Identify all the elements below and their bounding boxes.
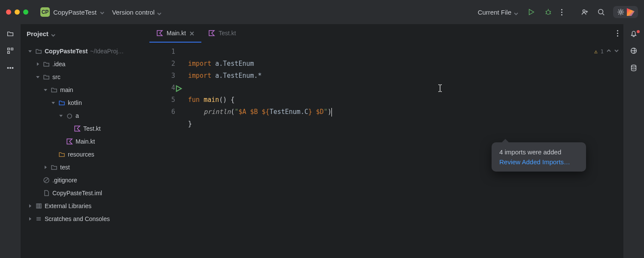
inspections-widget[interactable]: ⚠ 1 (594, 46, 619, 58)
chevron-down-icon[interactable] (27, 49, 33, 53)
minimize-window-button[interactable] (15, 9, 20, 15)
chevron-right-icon[interactable] (43, 165, 48, 169)
caret (331, 108, 332, 117)
close-tab-icon[interactable] (189, 31, 194, 36)
keyword: fun (188, 96, 200, 104)
template: ${ (262, 108, 270, 116)
kt-icon (74, 125, 81, 132)
chevron-right-icon[interactable] (27, 217, 33, 221)
code-with-me-icon[interactable] (580, 8, 589, 16)
tree-row[interactable]: main (21, 83, 149, 96)
notification-dot-icon (637, 30, 640, 33)
line-number[interactable]: 1 (149, 46, 175, 58)
structure-tool-icon[interactable] (6, 46, 15, 55)
line-number[interactable]: 2 (149, 58, 175, 70)
tree-row[interactable]: .gitignore (21, 174, 149, 187)
ai-assistant-icon[interactable] (629, 46, 638, 55)
search-icon[interactable] (597, 8, 605, 16)
ide-logo-icon (627, 8, 635, 16)
tree-row[interactable]: CopyPasteTest ~/IdeaProj… (21, 45, 149, 58)
kt-icon (66, 138, 73, 145)
project-tool-icon[interactable] (6, 29, 15, 38)
template: $B (250, 108, 258, 116)
project-sidebar: Project CopyPasteTest ~/IdeaProj….ideasr… (21, 24, 149, 258)
chevron-down-icon[interactable] (51, 101, 56, 105)
editor-tabs-more-icon[interactable] (612, 24, 623, 43)
chevron-down-icon[interactable] (58, 114, 64, 118)
tree-row[interactable]: CopyPasteTest.iml (21, 187, 149, 200)
version-control-menu[interactable]: Version control (112, 9, 161, 16)
gutter[interactable]: 123456 (149, 43, 179, 258)
type-ref: TestEnum (270, 108, 301, 116)
more-tools-icon[interactable] (6, 64, 15, 72)
tree-row[interactable]: resources (21, 148, 149, 161)
template: $A (238, 108, 246, 116)
project-sidebar-header[interactable]: Project (21, 24, 149, 43)
tree-item-label: External Libraries (45, 203, 91, 209)
import-target: a.TestEnum (215, 60, 254, 68)
tooltip-message: 4 imports were added (499, 148, 578, 156)
svg-rect-30 (36, 204, 38, 208)
settings-group[interactable] (613, 6, 638, 18)
project-tree[interactable]: CopyPasteTest ~/IdeaProj….ideasrcmainkot… (21, 43, 149, 258)
run-icon[interactable] (527, 8, 535, 16)
chevron-right-icon[interactable] (27, 204, 33, 208)
project-selector[interactable]: CP CopyPasteTest (38, 6, 107, 18)
folder-src-icon (58, 99, 65, 106)
zoom-window-button[interactable] (23, 9, 28, 15)
line-number[interactable]: 6 (149, 106, 175, 118)
tree-row[interactable]: kotlin (21, 96, 149, 109)
scratch-icon (35, 215, 42, 222)
review-imports-link[interactable]: Review Added Imports… (499, 158, 578, 166)
tree-row[interactable]: Scratches and Consoles (21, 212, 149, 225)
tree-row[interactable]: .idea (21, 58, 149, 71)
svg-marker-22 (44, 89, 47, 91)
tab-label: Main.kt (167, 30, 186, 37)
titlebar-right-tools (580, 6, 638, 18)
tree-item-label: main (60, 86, 73, 93)
tree-row[interactable]: Test.kt (21, 122, 149, 135)
chevron-right-icon[interactable] (35, 62, 40, 66)
svg-line-3 (546, 11, 547, 12)
line-number[interactable]: 5 (149, 94, 175, 106)
next-highlight-icon[interactable] (614, 46, 619, 58)
chevron-down-icon[interactable] (43, 88, 48, 92)
chevron-down-icon (157, 10, 161, 14)
tree-row[interactable]: src (21, 71, 149, 83)
prev-highlight-icon[interactable] (606, 46, 611, 58)
more-actions-icon[interactable] (561, 9, 562, 15)
chevron-down-icon[interactable] (35, 75, 40, 79)
lib-icon (35, 203, 42, 209)
tree-row[interactable]: Main.kt (21, 135, 149, 148)
folder-res-icon (58, 151, 65, 158)
kt-icon (156, 30, 163, 37)
svg-rect-14 (11, 48, 13, 50)
svg-marker-33 (29, 217, 31, 221)
tree-row[interactable]: a (21, 109, 149, 122)
file-icon (43, 190, 50, 197)
editor-tab[interactable]: Main.kt (149, 24, 201, 43)
editor-tab[interactable]: Test.kt (201, 24, 243, 43)
template: } (308, 108, 312, 116)
template: $D (316, 108, 324, 116)
close-window-button[interactable] (6, 9, 11, 15)
run-toolbar: Current File (478, 8, 562, 16)
svg-marker-20 (37, 62, 39, 66)
svg-point-37 (632, 65, 636, 67)
database-icon[interactable] (629, 64, 638, 72)
svg-rect-15 (8, 52, 10, 54)
debug-icon[interactable] (544, 8, 553, 16)
tree-item-label: test (60, 164, 70, 171)
run-config-selector[interactable]: Current File (478, 9, 518, 16)
line-number[interactable]: 3 (149, 70, 175, 82)
member: .C (301, 108, 308, 116)
tree-row[interactable]: test (21, 161, 149, 174)
left-tool-rail (0, 24, 21, 258)
tree-item-label: Main.kt (76, 138, 95, 145)
folder-icon (43, 74, 50, 80)
svg-marker-23 (52, 102, 55, 104)
tree-row[interactable]: External Libraries (21, 200, 149, 212)
line-number[interactable]: 4 (149, 82, 175, 94)
tab-label: Test.kt (219, 30, 236, 37)
function-name: main (204, 96, 219, 104)
